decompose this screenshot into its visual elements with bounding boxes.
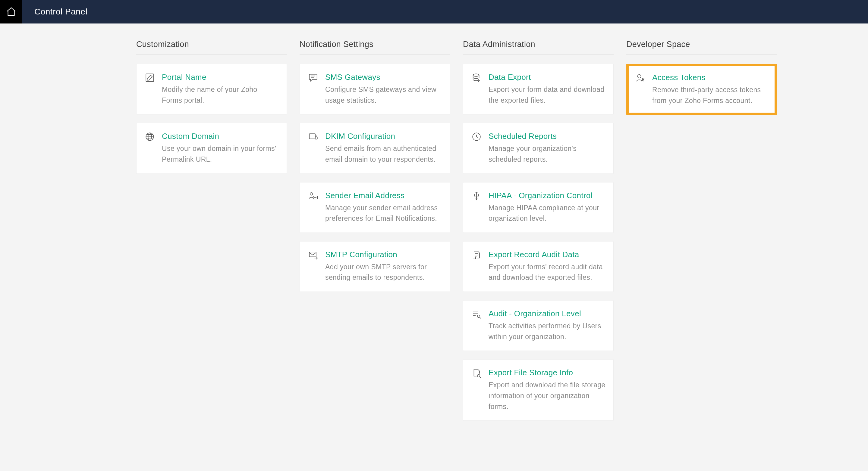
card-title: Access Tokens [652,73,769,82]
card-desc: Use your own domain in your forms' Perma… [162,143,279,165]
card-desc: Export your form data and download the e… [489,84,606,106]
card-title: Sender Email Address [325,191,443,200]
card-dkim-configuration[interactable]: DKIM Configuration Send emails from an a… [300,123,450,173]
card-desc: Manage HIPAA compliance at your organiza… [489,203,606,224]
card-hipaa-organization-control[interactable]: HIPAA - Organization Control Manage HIPA… [463,182,614,233]
clock-icon [470,132,483,144]
database-icon [470,73,483,85]
card-audit-organization-level[interactable]: Audit - Organization Level Track activit… [463,300,614,351]
globe-icon [144,132,156,144]
page-title: Control Panel [22,7,87,16]
doc-search-icon [470,368,483,380]
card-title: Export File Storage Info [489,368,606,377]
card-title: DKIM Configuration [325,132,443,141]
card-export-file-storage-info[interactable]: Export File Storage Info Export and down… [463,359,614,421]
card-title: Audit - Organization Level [489,309,606,318]
card-custom-domain[interactable]: Custom Domain Use your own domain in you… [136,123,287,173]
card-scheduled-reports[interactable]: Scheduled Reports Manage your organizati… [463,123,614,173]
column-title: Data Administration [463,40,614,55]
column-title: Notification Settings [300,40,450,55]
column-title: Developer Space [626,40,777,55]
key-icon [307,132,319,144]
header-bar: Control Panel [0,0,868,24]
svg-point-10 [477,315,480,318]
column-data-administration: Data Administration Data Export Export y… [463,40,614,429]
card-title: Portal Name [162,73,279,82]
user-key-icon [634,73,646,85]
card-portal-name[interactable]: Portal Name Modify the name of your Zoho… [136,64,287,114]
card-sms-gateways[interactable]: SMS Gateways Configure SMS gateways and … [300,64,450,114]
home-icon [6,6,17,17]
card-title: Export Record Audit Data [489,250,606,259]
medical-icon [470,191,483,203]
svg-point-5 [310,193,313,195]
column-customization: Customization Portal Name Modify the nam… [136,40,287,182]
card-desc: Manage your organization's scheduled rep… [489,143,606,165]
card-title: Data Export [489,73,606,82]
card-desc: Remove third-party access tokens from yo… [652,85,769,106]
card-desc: Configure SMS gateways and view usage st… [325,84,443,106]
column-title: Customization [136,40,287,55]
card-title: HIPAA - Organization Control [489,191,606,200]
column-developer-space: Developer Space Access Tokens Remove thi… [626,40,777,124]
card-access-tokens[interactable]: Access Tokens Remove third-party access … [626,64,777,115]
svg-point-13 [642,78,644,80]
card-desc: Send emails from an authenticated email … [325,143,443,165]
svg-point-8 [473,74,479,76]
edit-icon [144,73,156,85]
card-desc: Export your forms' record audit data and… [489,262,606,283]
card-desc: Manage your sender email address prefere… [325,203,443,224]
chat-icon [307,73,319,85]
card-desc: Modify the name of your Zoho Forms porta… [162,84,279,106]
list-search-icon [470,309,483,321]
svg-rect-7 [309,252,316,257]
svg-point-12 [638,75,641,78]
card-title: Scheduled Reports [489,132,606,141]
card-export-record-audit-data[interactable]: Export Record Audit Data Export your for… [463,241,614,292]
column-notification-settings: Notification Settings SMS Gateways Confi… [300,40,450,300]
card-smtp-configuration[interactable]: SMTP Configuration Add your own SMTP ser… [300,241,450,292]
card-data-export[interactable]: Data Export Export your form data and do… [463,64,614,114]
mail-arrow-icon [307,250,319,262]
card-desc: Track activities performed by Users with… [489,321,606,342]
content-area: Customization Portal Name Modify the nam… [0,24,868,429]
card-sender-email-address[interactable]: Sender Email Address Manage your sender … [300,182,450,233]
card-title: SMTP Configuration [325,250,443,259]
user-mail-icon [307,191,319,203]
doc-arrow-icon [470,250,483,262]
svg-rect-3 [309,134,315,139]
home-button[interactable] [0,0,22,24]
card-title: SMS Gateways [325,73,443,82]
card-desc: Export and download the file storage inf… [489,380,606,412]
svg-point-11 [477,375,480,377]
card-title: Custom Domain [162,132,279,141]
card-desc: Add your own SMTP servers for sending em… [325,262,443,283]
